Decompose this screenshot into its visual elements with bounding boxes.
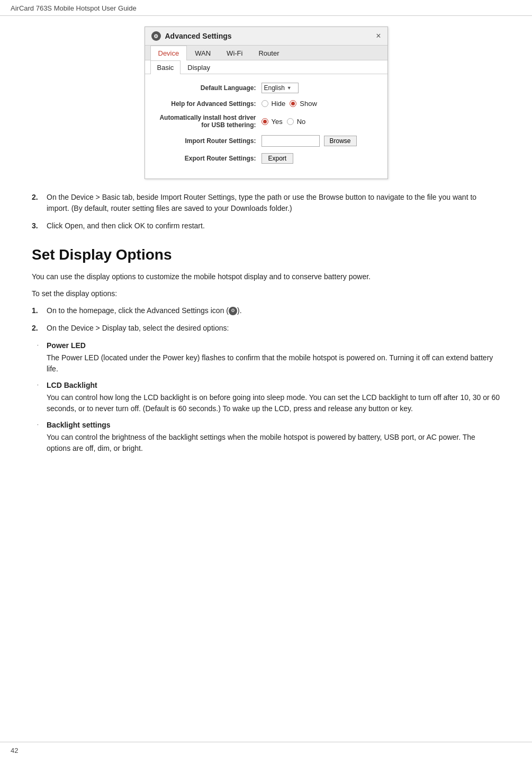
help-show-group: Show xyxy=(290,100,317,108)
section-step-2: 2. On the Device > Display tab, select t… xyxy=(32,323,500,334)
help-hide-group: Hide xyxy=(262,100,286,108)
default-language-value: English ▼ xyxy=(262,83,299,93)
help-advanced-value: Hide Show xyxy=(262,100,317,108)
help-hide-radio[interactable] xyxy=(262,100,268,107)
intro-para-1: You can use the display options to custo… xyxy=(32,271,500,282)
bullet-title-2: LCD Backlight xyxy=(47,380,500,391)
import-router-value: Browse xyxy=(262,135,357,147)
auto-install-value: Yes No xyxy=(262,118,306,126)
step-text-2: On the Device > Basic tab, beside Import… xyxy=(47,192,500,214)
help-hide-label: Hide xyxy=(272,100,286,108)
language-selected: English xyxy=(264,84,285,92)
modal-title-left: ⚙ Advanced Settings xyxy=(151,31,232,41)
import-router-row: Import Router Settings: Browse xyxy=(156,135,377,147)
import-file-input[interactable] xyxy=(262,135,320,147)
modal-tabs-row: Device WAN Wi-Fi Router xyxy=(145,46,387,60)
settings-gear-icon: ⚙ xyxy=(151,31,161,41)
bullet-dot-2: · xyxy=(37,381,42,414)
step-item-3: 3. Click Open, and then click OK to conf… xyxy=(32,220,500,232)
bullet-backlight-settings: · Backlight settings You can control the… xyxy=(37,420,500,454)
tab-wan[interactable]: WAN xyxy=(187,46,219,60)
auto-yes-group: Yes xyxy=(262,118,283,126)
section-steps: 1. On to the homepage, click the Advance… xyxy=(32,305,500,334)
section-heading: Set Display Options xyxy=(32,246,500,263)
page-content: ⚙ Advanced Settings × Device WAN Wi-Fi R… xyxy=(0,16,532,481)
modal-box: ⚙ Advanced Settings × Device WAN Wi-Fi R… xyxy=(145,26,388,179)
auto-yes-radio[interactable] xyxy=(262,118,268,125)
modal-title-text: Advanced Settings xyxy=(165,32,232,40)
default-language-row: Default Language: English ▼ xyxy=(156,83,377,93)
step-num-3: 3. xyxy=(32,220,42,232)
dropdown-arrow-icon: ▼ xyxy=(287,85,292,91)
bullet-body-3: You can control the brightness of the ba… xyxy=(47,432,500,454)
advanced-settings-inline-icon: ⚙ xyxy=(229,307,237,315)
subtab-display[interactable]: Display xyxy=(181,60,217,74)
auto-no-group: No xyxy=(287,118,306,126)
subtab-basic[interactable]: Basic xyxy=(150,60,181,74)
bullet-content-1: Power LED The Power LED (located under t… xyxy=(47,340,500,375)
bullet-lcd-backlight: · LCD Backlight You can control how long… xyxy=(37,380,500,414)
tab-router[interactable]: Router xyxy=(250,46,287,60)
modal-screenshot: ⚙ Advanced Settings × Device WAN Wi-Fi R… xyxy=(32,26,500,179)
import-router-label: Import Router Settings: xyxy=(156,137,262,145)
bullet-dot-3: · xyxy=(37,421,42,454)
modal-subtabs-row: Basic Display xyxy=(145,60,387,74)
section-step-num-2: 2. xyxy=(32,323,42,334)
modal-close-button[interactable]: × xyxy=(376,31,381,41)
help-show-radio[interactable] xyxy=(290,100,296,107)
modal-titlebar: ⚙ Advanced Settings × xyxy=(145,27,387,46)
bullet-content-2: LCD Backlight You can control how long t… xyxy=(47,380,500,414)
help-show-label: Show xyxy=(300,100,317,108)
bullet-content-3: Backlight settings You can control the b… xyxy=(47,420,500,454)
intro-para-2: To set the display options: xyxy=(32,288,500,299)
auto-install-label: Automatically install host driver for US… xyxy=(156,114,262,129)
modal-body: Default Language: English ▼ Help for Adv… xyxy=(145,74,387,179)
page-footer: 42 xyxy=(0,742,532,759)
export-router-value: Export xyxy=(262,153,294,164)
bullet-title-1: Power LED xyxy=(47,340,500,351)
auto-install-row: Automatically install host driver for US… xyxy=(156,114,377,129)
export-button[interactable]: Export xyxy=(262,153,294,164)
auto-yes-label: Yes xyxy=(272,118,283,126)
bullet-dot-1: · xyxy=(37,341,42,375)
auto-no-label: No xyxy=(297,118,306,126)
tab-device[interactable]: Device xyxy=(150,46,187,60)
step-item-2: 2. On the Device > Basic tab, beside Imp… xyxy=(32,192,500,214)
section-step-text-1: On to the homepage, click the Advanced S… xyxy=(47,305,500,316)
browse-button[interactable]: Browse xyxy=(324,136,357,146)
step-text-3: Click Open, and then click OK to confirm… xyxy=(47,220,500,232)
export-router-label: Export Router Settings: xyxy=(156,155,262,162)
export-router-row: Export Router Settings: Export xyxy=(156,153,377,164)
language-dropdown[interactable]: English ▼ xyxy=(262,83,299,93)
help-advanced-row: Help for Advanced Settings: Hide Show xyxy=(156,100,377,108)
section-step-num-1: 1. xyxy=(32,305,42,316)
bullet-power-led: · Power LED The Power LED (located under… xyxy=(37,340,500,375)
options-bullet-list: · Power LED The Power LED (located under… xyxy=(32,340,500,454)
bullet-title-3: Backlight settings xyxy=(47,420,500,431)
auto-no-radio[interactable] xyxy=(287,118,294,125)
tab-wifi[interactable]: Wi-Fi xyxy=(219,46,250,60)
section-step-text-2: On the Device > Display tab, select the … xyxy=(47,323,500,334)
section-step-1: 1. On to the homepage, click the Advance… xyxy=(32,305,500,316)
default-language-label: Default Language: xyxy=(156,84,262,92)
help-advanced-label: Help for Advanced Settings: xyxy=(156,100,262,108)
page-header: AirCard 763S Mobile Hotspot User Guide xyxy=(0,0,532,16)
page-number: 42 xyxy=(11,747,18,754)
document-title: AirCard 763S Mobile Hotspot User Guide xyxy=(11,4,137,12)
step-num-2: 2. xyxy=(32,192,42,214)
pre-section-steps: 2. On the Device > Basic tab, beside Imp… xyxy=(32,192,500,232)
bullet-body-2: You can control how long the LCD backlig… xyxy=(47,392,500,414)
bullet-body-1: The Power LED (located under the Power k… xyxy=(47,352,500,375)
